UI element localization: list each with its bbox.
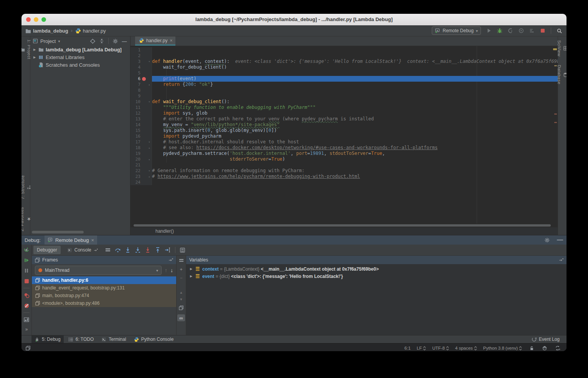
editor-gutter[interactable]: 7▴ [130, 82, 152, 87]
code-line[interactable]: 12 import sys, glob [130, 110, 558, 116]
frame-row[interactable]: main, bootstrap.py:474 [32, 292, 176, 299]
editor-gutter[interactable]: 12 [130, 110, 152, 116]
fold-marker-icon[interactable]: ▴ [147, 174, 152, 179]
frame-row[interactable]: handle_event_request, bootstrap.py:131 [32, 284, 176, 292]
tree-item-scratches[interactable]: Scratches and Consoles [30, 61, 130, 69]
pin-icon[interactable] [559, 258, 563, 262]
sidebar-item-sciview[interactable]: SciView [557, 40, 567, 56]
code-line[interactable]: 8 [130, 87, 558, 93]
editor-gutter[interactable]: 6 [130, 76, 152, 82]
editor-gutter[interactable]: 1 [130, 47, 152, 53]
view-breakpoints-button[interactable] [23, 292, 30, 299]
step-into-button[interactable] [124, 247, 131, 253]
coverage-icon[interactable] [518, 27, 525, 34]
gear-icon[interactable] [112, 38, 119, 44]
sync-status-icon[interactable]: ? [554, 345, 561, 351]
code-line[interactable]: 24 [130, 179, 558, 185]
view-options-icon[interactable] [104, 247, 111, 253]
sidebar-item-database[interactable]: Database [557, 65, 567, 84]
tab-debugger[interactable]: Debugger [33, 246, 61, 254]
fold-marker-icon[interactable]: ▾ [147, 139, 152, 145]
fold-marker-icon[interactable] [147, 179, 152, 185]
run-configuration-select[interactable]: Remote Debug ▾ [432, 26, 481, 35]
editor-gutter[interactable]: 20▴ [130, 156, 152, 162]
fold-marker-icon[interactable]: ▴ [147, 145, 152, 151]
fold-marker-icon[interactable]: ▴ [147, 82, 152, 87]
breadcrumb-project[interactable]: lambda_debug [33, 28, 68, 34]
toolbar-item-debug[interactable]: 5: Debug [31, 335, 64, 343]
editor-gutter[interactable]: 2 [130, 53, 152, 59]
force-step-into-button[interactable] [144, 247, 151, 253]
fold-marker-icon[interactable] [147, 53, 152, 59]
toolbar-item-terminal[interactable]: Terminal [98, 335, 129, 343]
code-line[interactable]: 5 [130, 70, 558, 76]
event-log-button[interactable]: Event Log [529, 335, 563, 343]
tab-handler-py[interactable]: handler.py × [135, 36, 175, 46]
fold-marker-icon[interactable] [147, 116, 152, 122]
frame-row[interactable]: <module>, bootstrap.py:486 [32, 299, 176, 307]
editor-gutter[interactable]: 24 [130, 179, 152, 185]
move-down-button[interactable]: ▼ [180, 297, 183, 301]
fold-marker-icon[interactable]: ▾ [147, 59, 152, 64]
fold-marker-icon[interactable] [147, 110, 152, 116]
code-line[interactable]: 9 [130, 93, 558, 99]
fold-marker-icon[interactable] [147, 76, 152, 82]
fold-marker-icon[interactable]: ▴ [147, 156, 152, 162]
project-horizontal-scrollbar[interactable] [32, 231, 84, 233]
gear-icon[interactable] [543, 237, 550, 243]
code-line[interactable]: 1 [130, 47, 558, 53]
rerun-button[interactable] [23, 247, 30, 253]
code-line[interactable]: 17▾ # host.docker.internal should resolv… [130, 139, 558, 145]
toolbar-item-todo[interactable]: 6: TODO [65, 335, 97, 343]
tree-item-external-libraries[interactable]: ▶ External Libraries [30, 53, 130, 61]
editor-gutter[interactable]: 9 [130, 93, 152, 99]
show-watches-toggle[interactable]: ∞ [177, 314, 185, 321]
code-line[interactable]: 4 wait_for_debug_client() [130, 64, 558, 70]
add-watch-button[interactable]: + [180, 267, 182, 272]
tool-window-toggle-icon[interactable] [25, 345, 31, 351]
step-into-my-code-button[interactable] [134, 247, 141, 253]
fold-marker-icon[interactable] [147, 93, 152, 99]
attach-debugger-icon[interactable] [507, 27, 514, 34]
line-ending-select[interactable]: LF [417, 346, 426, 350]
caret-position[interactable]: 6:1 [405, 346, 411, 350]
debug-button[interactable] [496, 27, 503, 34]
code-line[interactable]: 21 [130, 162, 558, 168]
hide-debug-panel-button[interactable]: — [557, 237, 563, 243]
code-line[interactable]: 19 pydevd_pycharm.settrace('host.docker.… [130, 151, 558, 156]
editor-gutter[interactable]: 14 [130, 122, 152, 128]
fold-marker-icon[interactable] [147, 128, 152, 133]
stripe-mark[interactable] [554, 122, 557, 123]
run-to-cursor-button[interactable] [164, 247, 171, 253]
interpreter-select[interactable]: Python 3.8 (venv) [483, 346, 522, 350]
expand-arrow-icon[interactable]: ▶ [189, 267, 193, 271]
encoding-select[interactable]: UTF-8 [432, 346, 449, 350]
profiler-icon[interactable] [529, 27, 535, 34]
lock-icon[interactable] [528, 345, 535, 351]
move-up-button[interactable]: ▲ [180, 291, 183, 294]
fold-marker-icon[interactable]: ▾ [147, 99, 152, 105]
code-line[interactable]: 22▾# General information on remote debug… [130, 168, 558, 174]
code-line[interactable]: 6 print(event) [130, 76, 558, 82]
chevron-down-icon[interactable]: ▾ [58, 39, 60, 43]
code-line[interactable]: 3▾def handler(event, context): event: <c… [130, 59, 558, 64]
editor-horizontal-scrollbar[interactable] [130, 224, 558, 227]
breakpoint-icon[interactable] [142, 77, 146, 81]
code-line[interactable]: 7▴ return {200: "ok"} [130, 82, 558, 87]
collapse-all-button[interactable] [98, 38, 105, 44]
editor-gutter[interactable]: 19 [130, 151, 152, 156]
code-line[interactable]: 2 [130, 53, 558, 59]
code-line[interactable]: 15 sys.path.insert(0, glob.glob(my_venv)… [130, 128, 558, 133]
fold-marker-icon[interactable] [147, 151, 152, 156]
mute-breakpoints-button[interactable] [23, 302, 30, 309]
fold-marker-icon[interactable] [147, 122, 152, 128]
fold-marker-icon[interactable] [147, 87, 152, 93]
editor-gutter[interactable]: 5 [130, 70, 152, 76]
duplicate-watch-button[interactable] [178, 304, 185, 311]
expand-arrow-icon[interactable]: ▶ [33, 56, 36, 59]
debug-session-tab[interactable]: Remote Debug × [45, 235, 97, 245]
code-line[interactable]: 23▴# https://www.jetbrains.com/help/pych… [130, 174, 558, 179]
editor-gutter[interactable]: 18▴ [130, 145, 152, 151]
fold-marker-icon[interactable] [147, 105, 152, 110]
fold-marker-icon[interactable]: ▾ [147, 168, 152, 174]
